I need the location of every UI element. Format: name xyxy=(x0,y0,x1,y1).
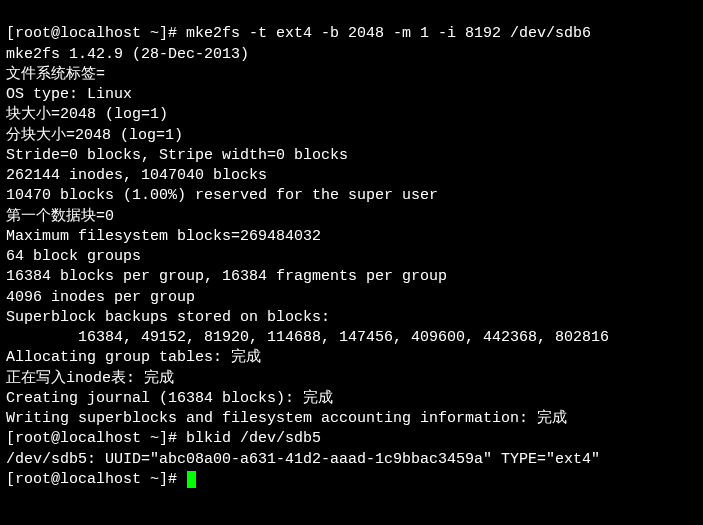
terminal-output-line: Allocating group tables: 完成 xyxy=(6,348,697,368)
terminal-output-line: Creating journal (16384 blocks): 完成 xyxy=(6,389,697,409)
terminal-output-line: 10470 blocks (1.00%) reserved for the su… xyxy=(6,186,697,206)
terminal-cursor xyxy=(187,471,196,488)
terminal-output-line: Maximum filesystem blocks=269484032 xyxy=(6,227,697,247)
terminal-output-line: /dev/sdb5: UUID="abc08a00-a631-41d2-aaad… xyxy=(6,450,697,470)
terminal-output-line: 262144 inodes, 1047040 blocks xyxy=(6,166,697,186)
terminal-output-line: 第一个数据块=0 xyxy=(6,207,697,227)
terminal-output-line: 4096 inodes per group xyxy=(6,288,697,308)
terminal-output-line: 16384, 49152, 81920, 114688, 147456, 409… xyxy=(6,328,697,348)
terminal-output-line: 16384 blocks per group, 16384 fragments … xyxy=(6,267,697,287)
terminal-output-line: 块大小=2048 (log=1) xyxy=(6,105,697,125)
terminal-prompt-line: [root@localhost ~]# mke2fs -t ext4 -b 20… xyxy=(6,24,697,44)
terminal-output[interactable]: [root@localhost ~]# mke2fs -t ext4 -b 20… xyxy=(0,0,703,494)
terminal-prompt-line: [root@localhost ~]# blkid /dev/sdb5 xyxy=(6,429,697,449)
terminal-output-line: Writing superblocks and filesystem accou… xyxy=(6,409,697,429)
terminal-prompt-line: [root@localhost ~]# xyxy=(6,470,697,490)
terminal-output-line: Superblock backups stored on blocks: xyxy=(6,308,697,328)
terminal-output-line: Stride=0 blocks, Stripe width=0 blocks xyxy=(6,146,697,166)
terminal-output-line: OS type: Linux xyxy=(6,85,697,105)
terminal-output-line: 分块大小=2048 (log=1) xyxy=(6,126,697,146)
terminal-output-line: 64 block groups xyxy=(6,247,697,267)
terminal-output-line: 正在写入inode表: 完成 xyxy=(6,369,697,389)
terminal-output-line: mke2fs 1.42.9 (28-Dec-2013) xyxy=(6,45,697,65)
terminal-output-line: 文件系统标签= xyxy=(6,65,697,85)
